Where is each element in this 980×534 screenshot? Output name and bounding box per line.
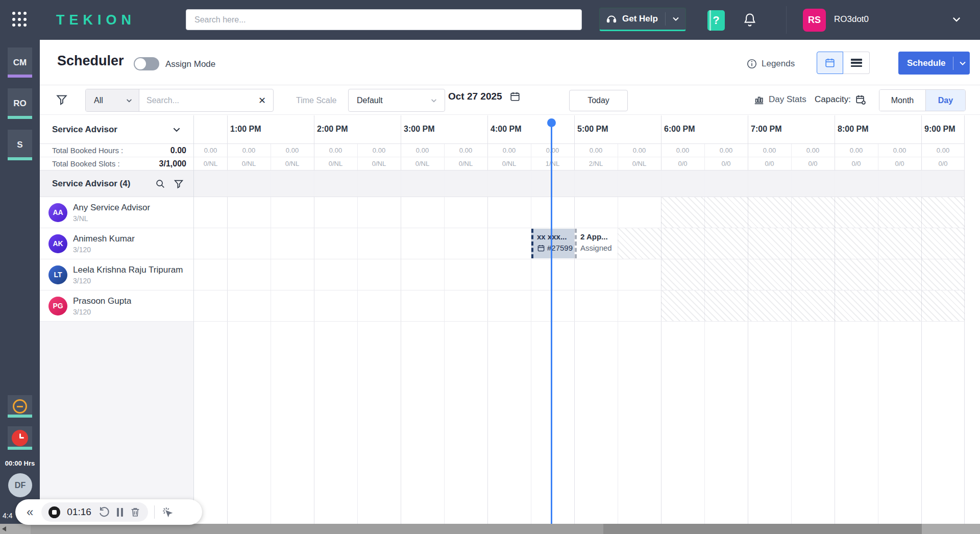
day-stats-button[interactable]: Day Stats: [753, 94, 806, 105]
user-menu-chevron-icon[interactable]: [951, 14, 962, 25]
search-category-select[interactable]: All: [86, 89, 139, 111]
month-day-switcher: Month Day: [879, 89, 966, 111]
advisor-search-input[interactable]: [139, 96, 251, 105]
user-avatar[interactable]: RS: [803, 9, 826, 32]
divider: [786, 6, 787, 34]
total-booked-slots: Total Booked Slots : 3/1,000: [40, 157, 193, 171]
appointment-card[interactable]: xx xxx... #27599: [531, 229, 574, 258]
get-help-button[interactable]: Get Help: [599, 8, 686, 31]
schedule-row-prasoon[interactable]: [194, 290, 964, 322]
time-label: 7:00 PM: [751, 125, 781, 134]
today-button[interactable]: Today: [569, 90, 628, 111]
app-grid-menu-icon[interactable]: [12, 12, 28, 28]
schedule-row-animesh[interactable]: xx xxx... #27599 2 App... Assigned: [194, 228, 964, 259]
group-header-band: [194, 171, 964, 197]
rail-item-ro[interactable]: RO: [8, 88, 32, 119]
time-label: 6:00 PM: [664, 125, 695, 134]
advisor-search-icon[interactable]: [155, 178, 166, 189]
appointment-title: xx xxx...: [537, 232, 574, 241]
active-indicator: [8, 415, 32, 418]
timeline: 1:00 PM 2:00 PM 3:00 PM 4:00 PM 5:00 PM …: [194, 115, 980, 524]
top-nav: TEKION Get Help ? RS RO3dot0: [0, 0, 980, 40]
divider: [154, 505, 155, 519]
current-date[interactable]: Oct 27 2025: [448, 91, 502, 102]
filter-funnel-icon[interactable]: [55, 93, 68, 106]
resource-header[interactable]: Service Advisor: [40, 115, 193, 144]
recording-timer: 01:16: [67, 506, 91, 518]
resource-panel-filler: [40, 322, 193, 524]
restart-recording-icon[interactable]: [98, 506, 110, 518]
scrollbar-thumb[interactable]: [603, 524, 922, 534]
time-label: 1:00 PM: [230, 125, 261, 134]
user-name: RO3dot0: [834, 14, 869, 25]
advisor-avatar: PG: [48, 297, 67, 315]
list-icon: [851, 59, 862, 67]
calendar-icon: [824, 57, 836, 68]
click-highlight-icon[interactable]: [161, 505, 174, 519]
schedule-row-leela[interactable]: [194, 259, 964, 290]
advisor-row[interactable]: AA Any Service Advisor3/NL: [40, 197, 193, 228]
active-indicator: [8, 116, 32, 119]
secondary-avatar[interactable]: DF: [8, 473, 32, 497]
date-picker-calendar-icon[interactable]: [509, 91, 521, 102]
legends-button[interactable]: Legends: [746, 58, 795, 69]
rail-item-time-clock[interactable]: [8, 426, 32, 450]
appointment-group-card[interactable]: 2 App... Assigned: [575, 229, 618, 258]
chevron-down-icon[interactable]: [959, 59, 967, 67]
corner-time: 4:4: [3, 512, 12, 520]
capacity-calendar-icon: [855, 94, 866, 105]
scroll-left-arrow[interactable]: [2, 526, 6, 531]
help-guide-icon[interactable]: ?: [707, 10, 725, 31]
day-view-button[interactable]: Day: [925, 90, 965, 111]
rail-item-s[interactable]: S: [8, 130, 32, 160]
month-view-button[interactable]: Month: [879, 90, 925, 111]
next-day-chevron-icon[interactable]: [524, 91, 534, 102]
rail-item-cm[interactable]: CM: [8, 47, 32, 78]
search-category-value: All: [94, 96, 103, 105]
toggle-knob: [135, 58, 146, 69]
capacity-label: Capacity:: [815, 94, 851, 105]
capacity-button[interactable]: Capacity:: [815, 94, 866, 105]
advisor-load: 3/120: [73, 277, 183, 285]
advisor-filter-icon[interactable]: [173, 178, 184, 189]
delete-recording-icon[interactable]: [130, 506, 141, 518]
info-icon: [746, 58, 757, 69]
time-scale-select[interactable]: Default: [348, 89, 445, 112]
unavailable-hatch: [661, 259, 965, 290]
advisor-group-label: Service Advisor (4): [52, 179, 148, 189]
advisor-avatar: AA: [48, 203, 67, 222]
collapse-toolbar-icon[interactable]: «: [27, 506, 33, 518]
chevron-down-icon: [126, 97, 133, 104]
list-view-button[interactable]: [843, 52, 870, 74]
minus-circle-icon: [13, 399, 27, 414]
booked-hours-row: 0.000.000.000.000.000.000.000.000.000.00…: [194, 144, 964, 157]
appointment-ref: #27599: [537, 244, 574, 252]
schedule-button[interactable]: Schedule: [898, 52, 970, 75]
notifications-bell-icon[interactable]: [743, 12, 757, 28]
schedule-row-any-advisor[interactable]: [194, 197, 964, 228]
advisor-row[interactable]: LT Leela Krishna Raju Tripuram3/120: [40, 259, 193, 290]
chevron-down-icon[interactable]: [672, 15, 680, 23]
total-booked-hours: Total Booked Hours : 0.00: [40, 144, 193, 157]
calendar-view-button[interactable]: [817, 52, 843, 74]
horizontal-scrollbar[interactable]: [0, 524, 980, 534]
clocked-hours: 00:00 Hrs: [0, 459, 40, 467]
rail-item-remove[interactable]: [8, 395, 32, 418]
clear-search-icon[interactable]: ✕: [251, 95, 273, 106]
assign-mode-label: Assign Mode: [165, 59, 215, 69]
advisor-search-combo: All ✕: [85, 89, 274, 112]
get-help-label: Get Help: [622, 14, 658, 24]
advisor-row[interactable]: PG Prasoon Gupta3/120: [40, 290, 193, 322]
chevron-down-icon[interactable]: [172, 125, 181, 134]
clock-icon: [12, 430, 28, 446]
global-search-input[interactable]: [186, 9, 582, 30]
advisor-avatar: LT: [48, 265, 67, 284]
advisor-name: Leela Krishna Raju Tripuram: [73, 265, 183, 275]
headset-icon: [606, 13, 617, 25]
prev-day-chevron-icon[interactable]: [433, 91, 443, 102]
stop-record-button[interactable]: [48, 506, 60, 518]
assign-mode-toggle[interactable]: [134, 57, 159, 70]
pause-recording-icon[interactable]: [117, 508, 123, 517]
advisor-name: Prasoon Gupta: [73, 296, 131, 306]
advisor-row[interactable]: AK Animesh Kumar3/120: [40, 228, 193, 259]
